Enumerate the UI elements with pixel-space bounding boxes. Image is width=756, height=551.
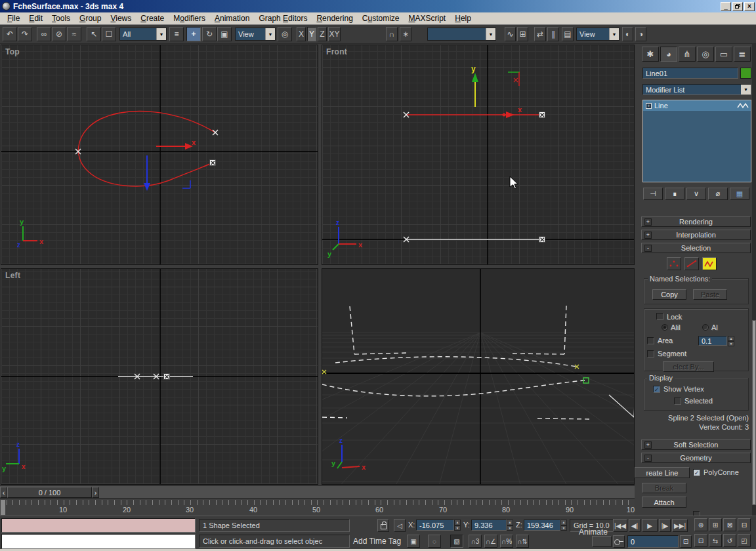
rollout-rendering[interactable]: +Rendering — [641, 216, 751, 227]
menu-file[interactable]: File — [3, 12, 24, 24]
configure-modifier-sets-button[interactable]: ▦ — [730, 188, 749, 200]
menu-animation[interactable]: Animation — [210, 12, 254, 24]
rollout-soft-selection[interactable]: +Soft Selection — [641, 439, 751, 450]
undo-button[interactable]: ↶ — [3, 27, 17, 41]
segment-end-checkbox[interactable] — [647, 350, 654, 357]
select-and-move-button[interactable]: + — [186, 27, 201, 41]
stack-item-line[interactable]: + Line — [643, 100, 751, 111]
rollout-interpolation[interactable]: +Interpolation — [641, 230, 751, 240]
menu-edit[interactable]: Edit — [24, 12, 47, 24]
panel-scrollbar[interactable] — [752, 44, 756, 516]
vertex-marker[interactable] — [75, 130, 218, 154]
snap-toggle[interactable]: ∩3 — [469, 535, 482, 548]
menu-views[interactable]: Views — [106, 12, 136, 24]
min-max-toggle-button[interactable]: ◰ — [738, 534, 751, 547]
x-spinner[interactable]: ▲▼ — [454, 520, 461, 531]
menu-create[interactable]: Create — [136, 12, 169, 24]
gizmo-x-axis[interactable] — [503, 112, 515, 118]
align-button[interactable]: ∥ — [547, 27, 559, 41]
snap-region-toggle[interactable]: ◌ — [428, 535, 441, 548]
select-by-button[interactable]: elect By... — [663, 361, 714, 372]
x-coordinate-field[interactable]: -16.075 — [416, 520, 454, 531]
z-spinner[interactable]: ▲▼ — [560, 520, 567, 531]
previous-frame-button[interactable]: ◀| — [629, 519, 640, 532]
goto-end-button[interactable]: ▶▶| — [672, 519, 688, 532]
menu-group[interactable]: Group — [75, 12, 106, 24]
restrict-z-button[interactable]: Z — [318, 27, 327, 41]
angle-snap-toggle[interactable]: ∩∠ — [484, 535, 497, 548]
viewport-front[interactable]: Front x y — [322, 45, 635, 265]
key-mode-toggle[interactable] — [613, 535, 625, 548]
time-slider[interactable]: ‹ 0 / 100 › — [0, 485, 635, 498]
selection-lock-toggle[interactable] — [377, 519, 389, 532]
reference-coordinate-dropdown[interactable]: View▼ — [235, 28, 276, 41]
tab-utilities[interactable]: ≣ — [734, 47, 751, 62]
time-slider-prev-button[interactable]: ‹ — [0, 487, 7, 498]
attach-button[interactable]: Attach — [642, 497, 686, 508]
gizmo-x-axis[interactable] — [156, 143, 193, 150]
vertex-marker[interactable] — [404, 112, 409, 242]
restrict-xy-plane-button[interactable]: XY — [328, 27, 341, 41]
menu-help[interactable]: Help — [450, 12, 476, 24]
first-vertex-marker[interactable] — [164, 374, 170, 380]
maxscript-listener-macro[interactable] — [1, 518, 196, 533]
restore-button[interactable] — [732, 2, 743, 11]
expand-icon[interactable]: + — [646, 103, 652, 109]
spin-down-icon[interactable]: ▼ — [454, 525, 461, 531]
unlink-selection-button[interactable]: ⊘ — [52, 27, 66, 41]
subobject-spline-button[interactable] — [702, 257, 717, 270]
object-color-swatch[interactable] — [740, 68, 751, 79]
time-slider-next-button[interactable]: › — [92, 487, 99, 498]
close-button[interactable]: × — [744, 2, 755, 11]
modifier-list-dropdown[interactable]: Modifier List ▼ — [642, 84, 751, 95]
3d-snap-mode-toggle[interactable]: ▧ — [450, 535, 463, 548]
dropdown-arrow-icon[interactable]: ▼ — [156, 28, 166, 40]
spin-up-icon[interactable]: ▲ — [454, 520, 461, 525]
select-and-link-button[interactable]: ∞ — [37, 27, 51, 41]
copy-button[interactable]: Copy — [652, 289, 686, 300]
show-selected-checkbox[interactable] — [674, 398, 681, 405]
menu-rendering[interactable]: Rendering — [312, 12, 357, 24]
menu-tools[interactable]: Tools — [47, 12, 75, 24]
add-time-tag[interactable]: Add Time Tag — [353, 537, 401, 546]
spin-up-icon[interactable]: ▲ — [728, 336, 734, 341]
region-zoom-button[interactable]: ⊡ — [694, 534, 707, 547]
rollout-geometry[interactable]: -Geometry — [641, 453, 751, 463]
maxscript-listener-script[interactable] — [1, 534, 196, 549]
spin-down-icon[interactable]: ▼ — [507, 525, 513, 531]
select-and-manipulate-button[interactable]: ∗ — [400, 27, 411, 41]
area-threshold-field[interactable]: 0.1 — [698, 336, 727, 346]
viewport-perspective[interactable]: Perspective — [322, 268, 635, 485]
restrict-y-button[interactable]: Y — [307, 27, 316, 41]
redo-button[interactable]: ↷ — [18, 27, 32, 41]
track-bar-thumb[interactable] — [0, 499, 6, 516]
show-vertex-checkbox[interactable]: ✓ — [653, 386, 660, 393]
spinner-snap-toggle[interactable]: ∩⇅ — [516, 535, 529, 548]
title-bar[interactable]: FcheSurface.max - 3ds max 4 _ × — [0, 0, 756, 12]
track-bar[interactable]: 10 20 30 40 50 60 70 80 90 100 — [0, 498, 635, 516]
dropdown-arrow-icon[interactable]: ▼ — [609, 28, 619, 40]
schematic-view-button[interactable]: ⊞ — [517, 27, 528, 41]
absolute-offset-toggle[interactable]: ◁ — [394, 519, 406, 532]
show-end-result-button[interactable]: ∎ — [665, 188, 684, 200]
snap-toggle-button[interactable]: ∩ — [386, 27, 398, 41]
select-and-rotate-button[interactable]: ↻ — [202, 27, 217, 41]
y-spinner[interactable]: ▲▼ — [507, 520, 513, 531]
tab-modify[interactable]: ◕ — [660, 47, 677, 62]
use-pivot-center-button[interactable]: ◎ — [278, 27, 292, 41]
selection-region-button[interactable]: ☐ — [102, 27, 116, 41]
select-by-name-button[interactable]: ≡ — [169, 27, 184, 41]
zoom-extents-button[interactable]: ⊠ — [723, 518, 736, 531]
time-slider-thumb[interactable]: 0 / 100 — [7, 487, 92, 498]
all-radio[interactable] — [702, 324, 709, 331]
menu-modifiers[interactable]: Modifiers — [169, 12, 210, 24]
goto-start-button[interactable]: |◀◀ — [613, 519, 627, 532]
dropdown-arrow-icon[interactable]: ▼ — [265, 28, 275, 40]
remove-modifier-button[interactable]: ⌀ — [708, 188, 728, 200]
next-frame-button[interactable]: |▶ — [659, 519, 671, 532]
subobject-vertex-button[interactable] — [667, 257, 681, 270]
select-and-scale-button[interactable]: ▣ — [217, 27, 232, 41]
viewport-top[interactable]: Top x — [1, 45, 318, 265]
select-object-button[interactable]: ↖ — [87, 27, 101, 41]
quick-render-button[interactable]: ◐ — [622, 27, 633, 41]
